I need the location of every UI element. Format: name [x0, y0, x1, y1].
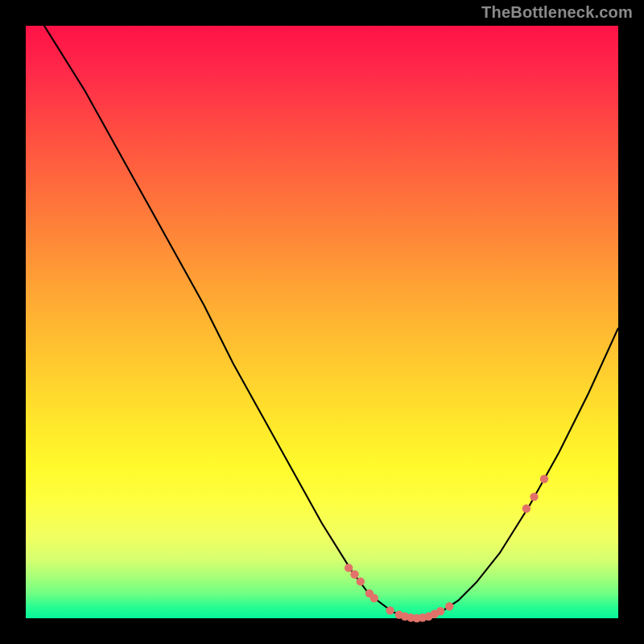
chart-frame: TheBottleneck.com: [0, 0, 644, 644]
curve-svg: [26, 26, 618, 618]
curve-marker: [436, 607, 444, 615]
curve-marker: [386, 606, 394, 614]
curve-marker: [357, 577, 365, 585]
curve-marker: [445, 602, 453, 610]
attribution-label: TheBottleneck.com: [481, 3, 633, 22]
curve-marker: [522, 505, 530, 513]
bottleneck-curve: [26, 0, 618, 618]
curve-markers: [345, 475, 548, 622]
curve-marker: [350, 570, 358, 578]
curve-marker: [540, 475, 548, 483]
curve-marker: [345, 564, 353, 572]
curve-marker: [530, 493, 538, 501]
curve-marker: [370, 594, 378, 602]
plot-area: [26, 26, 618, 618]
